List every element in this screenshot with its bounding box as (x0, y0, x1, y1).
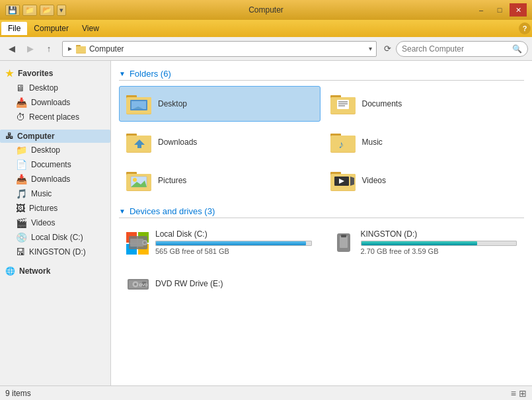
dropdown-icon[interactable]: ▾ (57, 5, 66, 16)
sidebar-item-desktop[interactable]: 🖥 Desktop (0, 81, 110, 95)
sidebar-item-recent[interactable]: ⏱ Recent places (0, 110, 110, 124)
close-button[interactable]: ✕ (510, 3, 527, 17)
sidebar-item-label: Pictures (29, 204, 57, 213)
svg-rect-15 (338, 105, 345, 106)
star-icon: ★ (5, 68, 14, 79)
desktop-folder-label: Desktop (158, 99, 187, 108)
folder-item-music[interactable]: ♪ Music (323, 124, 525, 160)
desktop-icon: 🖥 (16, 83, 25, 93)
sidebar-item-label: Documents (31, 160, 71, 169)
music-folder-label: Music (362, 138, 383, 147)
sidebar-computer-music[interactable]: 🎵 Music (0, 186, 110, 201)
content-area: ▼ Folders (6) Desktop (111, 61, 532, 385)
svg-rect-20 (137, 145, 141, 148)
device-item-kingston[interactable]: KINGSTON (D:) 2.70 GB free of 3.59 GB (324, 223, 525, 261)
title-bar-icons: 💾 📁 📂 ▾ (5, 5, 66, 16)
device-info-kingston: KINGSTON (D:) 2.70 GB free of 3.59 GB (361, 229, 517, 255)
device-bar-kingston (361, 241, 517, 246)
svg-point-44 (143, 241, 146, 244)
device-bar-localc (155, 241, 312, 246)
computer-icon: 🖧 (5, 132, 13, 141)
menu-tab-view[interactable]: View (75, 22, 106, 35)
refresh-button[interactable]: ⟳ (382, 44, 393, 54)
sidebar-item-label: Recent places (29, 112, 79, 122)
address-dropdown[interactable]: ▾ (369, 45, 372, 52)
pictures-icon: 🖼 (16, 203, 25, 214)
details-view-icon[interactable]: ≡ (511, 388, 516, 399)
address-content: ► Computer (67, 44, 369, 54)
help-button[interactable]: ? (519, 22, 531, 34)
pictures-folder-icon (126, 169, 153, 192)
menu-help: ? (519, 22, 531, 34)
favorites-label: Favorites (18, 69, 53, 78)
minimize-button[interactable]: – (473, 3, 490, 17)
sidebar-section-favorites: ★ Favorites 🖥 Desktop 📥 Downloads ⏱ Rece… (0, 66, 110, 124)
sidebar-item-downloads[interactable]: 📥 Downloads (0, 95, 110, 110)
search-input[interactable] (402, 44, 510, 54)
view-icons: ≡ ⊞ (511, 388, 527, 399)
folders-grid: Desktop Documents (119, 86, 524, 198)
dvd-icon: DVD (126, 272, 150, 296)
svg-rect-47 (341, 235, 346, 237)
sidebar-section-network: 🌐 Network (0, 264, 110, 278)
sidebar-header-computer[interactable]: 🖧 Computer (0, 130, 110, 143)
folder-icon: 📥 (16, 174, 27, 184)
forward-button[interactable]: ▶ (22, 41, 38, 57)
main-layout: ★ Favorites 🖥 Desktop 📥 Downloads ⏱ Rece… (0, 61, 532, 385)
videos-icon: 🎬 (16, 218, 27, 228)
title-bar: 💾 📁 📂 ▾ Computer – □ ✕ (0, 0, 532, 20)
sidebar-computer-desktop[interactable]: 📁 Desktop (0, 143, 110, 157)
svg-point-29 (133, 178, 137, 182)
address-arrow: ► (67, 45, 73, 52)
folder-icon: 📁 (16, 145, 27, 155)
folder-item-documents[interactable]: Documents (323, 86, 525, 122)
documents-folder-label: Documents (362, 99, 402, 108)
usb-drive-icon (332, 231, 356, 255)
sidebar-computer-downloads[interactable]: 📥 Downloads (0, 172, 110, 186)
folders-collapse-arrow[interactable]: ▼ (119, 70, 126, 77)
hdd-icon (126, 231, 150, 255)
device-free-localc: 565 GB free of 581 GB (155, 247, 312, 255)
svg-rect-13 (338, 101, 348, 102)
sidebar-header-network[interactable]: 🌐 Network (0, 264, 110, 278)
svg-text:♪: ♪ (338, 139, 344, 150)
folder-item-downloads[interactable]: Downloads (119, 124, 321, 160)
large-icons-view-icon[interactable]: ⊞ (519, 388, 527, 399)
device-item-dvd[interactable]: DVD DVD RW Drive (E:) (119, 266, 322, 302)
sidebar-computer-localc[interactable]: 💿 Local Disk (C:) (0, 230, 110, 245)
svg-marker-35 (350, 177, 354, 186)
menu-bar: File Computer View ? (0, 20, 532, 37)
folder-item-pictures[interactable]: Pictures (119, 163, 321, 198)
folder-icon[interactable]: 📁 (22, 5, 37, 16)
devices-collapse-arrow[interactable]: ▼ (119, 208, 126, 215)
svg-rect-2 (76, 46, 86, 53)
folders-section-title: Folders (6) (130, 69, 171, 79)
new-folder-icon[interactable]: 📂 (40, 5, 54, 16)
search-icon[interactable]: 🔍 (512, 44, 522, 54)
nav-bar: ◀ ▶ ↑ ► Computer ▾ ⟳ 🔍 (0, 37, 532, 61)
address-folder-icon (76, 44, 87, 54)
save-icon[interactable]: 💾 (5, 5, 20, 16)
sidebar-computer-pictures[interactable]: 🖼 Pictures (0, 201, 110, 216)
videos-folder-icon (330, 169, 357, 192)
music-folder-icon: ♪ (330, 130, 357, 154)
up-button[interactable]: ↑ (41, 41, 57, 57)
sidebar-header-favorites[interactable]: ★ Favorites (0, 66, 110, 81)
menu-tab-file[interactable]: File (1, 22, 27, 35)
sidebar-computer-documents[interactable]: 📄 Documents (0, 157, 110, 172)
folders-section-header: ▼ Folders (6) (119, 69, 524, 81)
folder-item-videos[interactable]: Videos (323, 163, 525, 198)
status-bar: 9 items ≡ ⊞ (0, 385, 532, 400)
device-item-localc[interactable]: Local Disk (C:) 565 GB free of 581 GB (119, 223, 319, 261)
pictures-folder-label: Pictures (158, 176, 186, 185)
sidebar-computer-videos[interactable]: 🎬 Videos (0, 216, 110, 230)
svg-rect-14 (338, 103, 348, 104)
documents-folder-icon (330, 92, 357, 116)
menu-tab-computer[interactable]: Computer (27, 22, 75, 35)
maximize-button[interactable]: □ (491, 3, 508, 17)
folder-item-desktop[interactable]: Desktop (119, 86, 321, 122)
device-name-kingston: KINGSTON (D:) (361, 229, 517, 239)
back-button[interactable]: ◀ (4, 41, 20, 57)
sidebar-computer-kingston[interactable]: 🖫 KINGSTON (D:) (0, 245, 110, 259)
device-info-dvd: DVD RW Drive (E:) (155, 279, 315, 290)
